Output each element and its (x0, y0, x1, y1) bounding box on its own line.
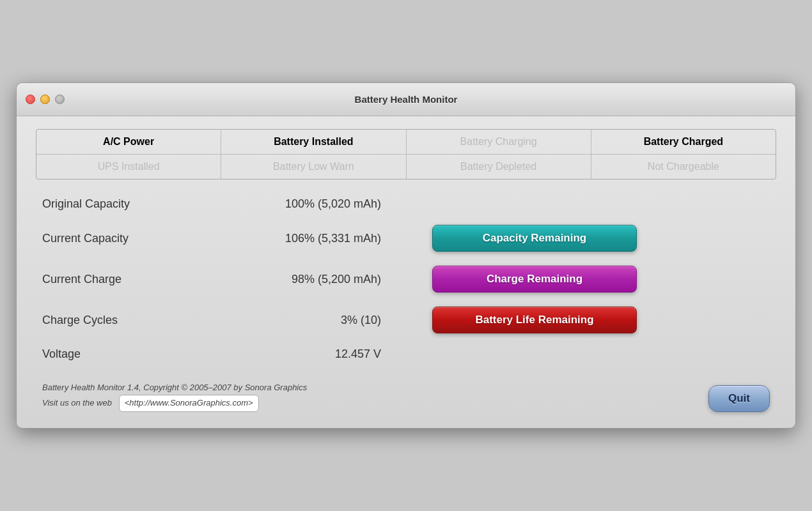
status-battery-low-warn: Battery Low Warn (221, 155, 406, 179)
current-charge-value: 98% (5,200 mAh) (202, 273, 381, 286)
minimize-button[interactable] (40, 95, 50, 104)
status-row-1: A/C Power Battery Installed Battery Char… (36, 130, 776, 155)
charge-cycles-label: Charge Cycles (42, 314, 202, 327)
website-row: Visit us on the web <http://www.SonoraGr… (42, 395, 307, 412)
battery-life-remaining-button[interactable]: Battery Life Remaining (432, 307, 637, 333)
footer: Battery Health Monitor 1.4, Copyright © … (36, 375, 776, 412)
app-window: Battery Health Monitor A/C Power Battery… (16, 82, 796, 429)
content-area: A/C Power Battery Installed Battery Char… (17, 116, 795, 428)
voltage-value: 12.457 V (202, 347, 381, 361)
traffic-lights (26, 95, 65, 104)
current-capacity-row: Current Capacity 106% (5,331 mAh) Capaci… (42, 225, 770, 252)
voltage-label: Voltage (42, 347, 202, 361)
copyright-text: Battery Health Monitor 1.4, Copyright © … (42, 381, 307, 395)
status-ac-power: A/C Power (36, 130, 221, 154)
zoom-button[interactable] (55, 95, 65, 104)
window-title: Battery Health Monitor (355, 94, 458, 105)
status-grid: A/C Power Battery Installed Battery Char… (36, 129, 776, 179)
close-button[interactable] (26, 95, 35, 104)
current-capacity-label: Current Capacity (42, 232, 202, 245)
quit-button[interactable]: Quit (708, 385, 770, 412)
status-battery-installed: Battery Installed (221, 130, 406, 154)
original-capacity-label: Original Capacity (42, 197, 202, 211)
status-ups-installed: UPS Installed (36, 155, 221, 179)
original-capacity-value: 100% (5,020 mAh) (202, 197, 381, 211)
original-capacity-row: Original Capacity 100% (5,020 mAh) (42, 197, 770, 211)
status-row-2: UPS Installed Battery Low Warn Battery D… (36, 155, 776, 179)
status-battery-charging: Battery Charging (407, 130, 591, 154)
current-capacity-value: 106% (5,331 mAh) (202, 232, 381, 245)
website-link[interactable]: <http://www.SonoraGraphics.com> (119, 395, 259, 412)
website-label: Visit us on the web (42, 398, 112, 408)
current-charge-label: Current Charge (42, 273, 202, 286)
voltage-row: Voltage 12.457 V (42, 347, 770, 361)
capacity-remaining-button[interactable]: Capacity Remaining (432, 225, 637, 252)
status-battery-charged: Battery Charged (591, 130, 776, 154)
status-battery-depleted: Battery Depleted (407, 155, 591, 179)
current-charge-row: Current Charge 98% (5,200 mAh) Charge Re… (42, 266, 770, 293)
footer-left: Battery Health Monitor 1.4, Copyright © … (42, 381, 307, 412)
status-not-chargeable: Not Chargeable (591, 155, 776, 179)
charge-cycles-row: Charge Cycles 3% (10) Battery Life Remai… (42, 307, 770, 333)
titlebar: Battery Health Monitor (17, 83, 795, 116)
charge-cycles-value: 3% (10) (202, 314, 381, 327)
charge-remaining-button[interactable]: Charge Remaining (432, 266, 637, 293)
metrics-section: Original Capacity 100% (5,020 mAh) Curre… (36, 197, 776, 361)
